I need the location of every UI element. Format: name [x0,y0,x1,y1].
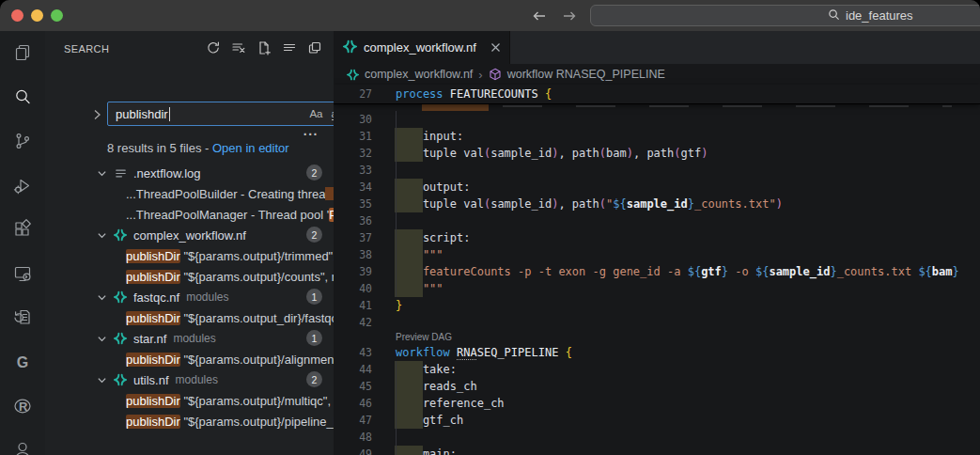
toggle-replace-icon[interactable] [93,107,101,124]
code-line[interactable]: 49 main: [334,446,980,455]
code-line[interactable]: 31 input: [334,128,980,145]
code-line[interactable]: 41} [334,297,980,314]
list-view-icon[interactable] [282,40,297,55]
line-number: 37 [334,229,372,246]
gitlens-icon[interactable]: G [11,351,34,373]
search-match-row[interactable]: publishDir "${params.output}/trimmed", m… [45,245,334,266]
tab-bar: complex_workflow.nf [334,31,980,64]
search-icon[interactable] [11,86,34,108]
code-line[interactable]: 43workflow RNASEQ_PIPELINE { [334,344,980,361]
search-match-row[interactable]: ...ThreadPoolBuilder - Creating thread p… [45,183,334,204]
open-editors-icon[interactable] [307,40,322,55]
search-match-row[interactable]: publishDir "${params.output}/counts", mo… [45,266,334,287]
command-center-search[interactable]: ide_features [590,5,980,26]
search-result-file-row[interactable]: fastqc.nfmodules1 [45,287,334,307]
source-control-icon[interactable] [11,130,34,152]
match-count-badge: 2 [306,165,322,180]
search-match-row[interactable]: ...ThreadPoolManager - Thread pool 'Publ… [45,204,334,225]
line-number: 42 [334,314,372,331]
match-highlight: publishDir [126,270,180,284]
results-summary: 8 results in 5 files - Open in editor [107,141,289,155]
line-number: 36 [334,212,372,229]
search-result-file-row[interactable]: utils.nfmodules2 [45,369,334,390]
match-highlight-sliver [422,104,489,111]
match-count-badge: 2 [306,371,322,387]
explorer-icon[interactable] [11,41,34,64]
search-result-file-row[interactable]: star.nfmodules1 [45,328,334,349]
search-input[interactable]: publishdir Aa ab .* [107,102,334,126]
code-line[interactable]: 42 [334,314,980,331]
search-match-row[interactable]: publishDir "${params.output_dir}/fastqc"… [45,307,334,328]
code-line[interactable]: 38 """ [334,246,980,263]
open-in-editor-link[interactable]: Open in editor [212,141,289,155]
line-number: 46 [334,395,372,412]
editor-group: complex_workflow.nf complex_workflow.nf … [334,31,980,455]
back-icon[interactable] [532,9,547,23]
code-line[interactable]: 37 script: [334,229,980,246]
extensions-icon[interactable] [11,218,34,241]
file-name: complex_workflow.nf [133,228,246,243]
clipped-text-sliver [503,105,952,107]
sidebar-title: SEARCH [64,43,109,55]
code-line[interactable]: 33 [334,162,980,179]
code-line[interactable]: 45 reads_ch [334,378,980,395]
close-window-button[interactable] [11,9,23,22]
code-area[interactable]: 3031 input:32 tuple val(sample_id), path… [334,111,980,455]
maximize-window-button[interactable] [51,9,63,22]
code-line[interactable]: 30 [334,111,980,128]
close-tab-icon[interactable] [490,42,501,53]
match-context: "${params.output}/trimmed", m... [180,249,334,263]
code-line[interactable]: 48 [334,429,980,446]
breadcrumb-symbol[interactable]: workflow RNASEQ_PIPELINE [507,68,665,81]
line-number: 47 [334,412,372,429]
search-match-row[interactable]: publishDir "${params.output}/alignments"… [45,349,334,369]
codelens-preview-dag[interactable]: Preview DAG [396,331,980,344]
code-line[interactable]: 36 [334,212,980,229]
code-line[interactable]: 39 featureCounts -p -t exon -g gene_id -… [334,263,980,280]
code-line[interactable]: 32 tuple val(sample_id), path(bam), path… [334,145,980,162]
nextflow-file-icon [113,290,128,304]
breadcrumb-file[interactable]: complex_workflow.nf [365,68,473,81]
search-match-row[interactable]: publishDir "${params.output}/pipeline_in… [45,411,334,431]
match-highlight: publishDir [126,311,180,325]
match-context: "${params.output}/pipeline_info... [180,415,334,429]
line-number: 39 [334,263,372,280]
new-search-editor-icon[interactable] [257,40,272,55]
code-line[interactable]: 35 tuple val(sample_id), path("${sample_… [334,196,980,212]
match-count-badge: 1 [306,289,322,305]
clear-results-icon[interactable] [231,40,246,55]
file-history-icon[interactable] [11,306,34,329]
code-line[interactable]: 40 """ [334,280,980,297]
remote-explorer-icon[interactable] [11,262,34,285]
line-number: 27 [334,85,372,103]
search-match-row[interactable]: publishDir "${params.output}/multiqc", m… [45,390,334,411]
code-line[interactable]: 47 gtf_ch [334,412,980,429]
r-language-icon[interactable]: R [11,395,34,417]
chevron-down-icon [97,375,107,385]
search-result-file-row[interactable]: complex_workflow.nf2 [45,225,334,245]
code-line[interactable]: 46 reference_ch [334,395,980,412]
svg-text:R: R [19,400,28,414]
chevron-down-icon [97,334,107,344]
line-number: 34 [334,179,372,196]
account-icon[interactable] [11,439,34,455]
forward-icon[interactable] [562,9,577,23]
chevron-down-icon [97,230,107,241]
refresh-icon[interactable] [206,40,221,55]
workspace-name: ide_features [846,8,913,23]
search-result-file-row[interactable]: .nextflow.log2 [45,163,334,183]
match-context: "${params.output}/alignments", ... [180,353,334,367]
match-context: ...ThreadPoolManager - Thread pool ' [126,208,329,222]
code-line[interactable]: 34 output: [334,179,980,196]
tab-complex-workflow[interactable]: complex_workflow.nf [334,31,510,64]
code-line[interactable]: 44 take: [334,361,980,378]
match-case-toggle[interactable]: Aa [309,108,322,119]
toggle-search-details[interactable]: ... [303,123,319,138]
match-count-badge: 1 [306,330,322,346]
code-line[interactable]: 27process FEATURECOUNTS { [334,85,552,103]
run-debug-icon[interactable] [11,174,34,196]
minimize-window-button[interactable] [31,9,43,22]
search-results-tree: .nextflow.log2...ThreadPoolBuilder - Cre… [45,163,334,431]
search-icon [828,8,840,24]
sticky-scroll-line[interactable]: 27process FEATURECOUNTS { [334,85,980,104]
